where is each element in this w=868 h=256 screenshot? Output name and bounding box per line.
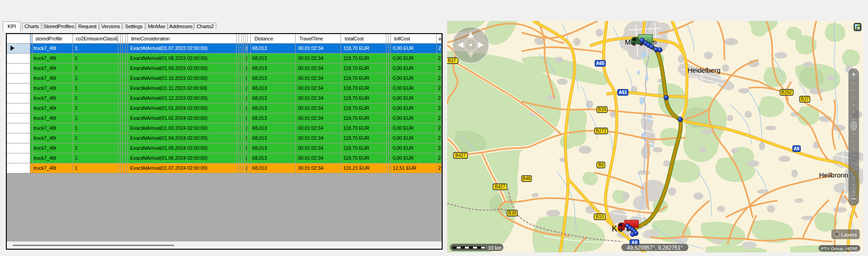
svg-text:B427: B427	[455, 153, 466, 158]
svg-text:K: K	[612, 224, 617, 233]
svg-text:B37: B37	[448, 58, 456, 63]
svg-text:B38: B38	[508, 211, 517, 216]
svg-text:Layers: Layers	[841, 232, 857, 237]
svg-text:B37: B37	[801, 97, 809, 102]
svg-text:49,520957°, 9,282751°: 49,520957°, 9,282751°	[627, 245, 683, 251]
svg-text:B9: B9	[598, 162, 604, 167]
svg-text:A61: A61	[619, 90, 627, 95]
svg-text:A6: A6	[794, 146, 800, 151]
svg-text:PTV Group, HERE: PTV Group, HERE	[821, 246, 858, 251]
svg-text:B48: B48	[522, 176, 531, 181]
svg-text:B10: B10	[596, 214, 604, 219]
svg-text:B39: B39	[598, 107, 606, 112]
svg-text:B427: B427	[495, 184, 506, 189]
svg-text:B272: B272	[596, 128, 607, 133]
svg-text:A65: A65	[596, 61, 605, 66]
svg-text:Heidelberg: Heidelberg	[688, 66, 721, 74]
svg-text:B292: B292	[781, 90, 792, 95]
svg-text:10 km: 10 km	[488, 245, 502, 251]
svg-text:Heilbronn: Heilbronn	[819, 171, 848, 179]
